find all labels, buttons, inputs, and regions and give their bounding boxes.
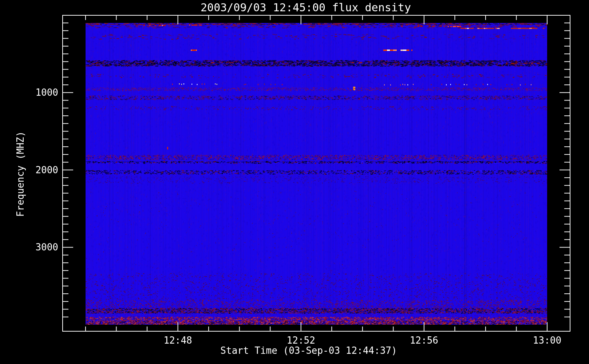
- x-tick-label-12:52: 12:52: [281, 335, 321, 345]
- x-tick-label-13:00: 13:00: [527, 335, 567, 345]
- x-tick-label-12:48: 12:48: [158, 335, 198, 345]
- x-tick-label-12:56: 12:56: [404, 335, 444, 345]
- x-axis-label: Start Time (03-Sep-03 12:44:37): [90, 345, 527, 356]
- y-tick-label-3000: 3000: [22, 242, 58, 252]
- spectrogram-figure: 2003/09/03 12:45:00 flux density Frequen…: [0, 0, 589, 364]
- spectrogram-canvas: [0, 0, 589, 364]
- y-tick-label-2000: 2000: [22, 165, 58, 175]
- chart-title: 2003/09/03 12:45:00 flux density: [84, 1, 527, 14]
- y-tick-label-1000: 1000: [22, 87, 58, 98]
